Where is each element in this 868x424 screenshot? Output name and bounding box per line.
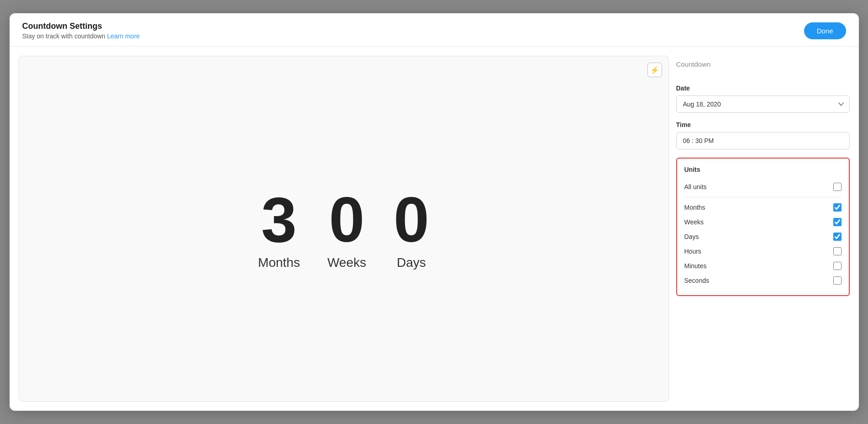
weeks-number: 0 xyxy=(329,188,365,252)
unit-label-months: Months xyxy=(684,204,705,211)
main-content: ⚡ 3 Months 0 Weeks 0 Days xyxy=(10,47,859,411)
unit-checkbox-weeks[interactable] xyxy=(833,218,842,226)
unit-row-seconds: Seconds xyxy=(684,273,842,288)
header-subtitle: Stay on track with countdown Learn more xyxy=(22,32,140,40)
subtitle-text: Stay on track with countdown xyxy=(22,32,105,40)
unit-checkbox-days[interactable] xyxy=(833,233,842,241)
page-title: Countdown Settings xyxy=(22,21,140,31)
days-number: 0 xyxy=(394,188,429,252)
unit-row-weeks: Weeks xyxy=(684,215,842,229)
unit-label-weeks: Weeks xyxy=(684,218,704,226)
unit-row-days: Days xyxy=(684,229,842,244)
done-button[interactable]: Done xyxy=(804,22,846,39)
unit-label-days: Days xyxy=(684,233,699,240)
time-label: Time xyxy=(676,121,850,128)
months-label: Months xyxy=(258,255,300,270)
divider xyxy=(684,197,842,197)
units-title: Units xyxy=(684,166,842,173)
months-number: 3 xyxy=(261,188,297,252)
countdown-weeks: 0 Weeks xyxy=(327,188,366,270)
preview-area: ⚡ 3 Months 0 Weeks 0 Days xyxy=(19,56,669,402)
date-label: Date xyxy=(676,85,850,92)
unit-checkbox-minutes[interactable] xyxy=(833,262,842,270)
app-window: Countdown Settings Stay on track with co… xyxy=(10,13,859,411)
unit-checkbox-months[interactable] xyxy=(833,203,842,212)
unit-label-minutes: Minutes xyxy=(684,262,707,270)
time-input[interactable] xyxy=(676,132,850,149)
header-left: Countdown Settings Stay on track with co… xyxy=(22,21,140,40)
learn-more-link[interactable]: Learn more xyxy=(107,32,140,40)
settings-panel: Countdown Date Aug 18, 2020 Time Units A… xyxy=(676,56,850,402)
header: Countdown Settings Stay on track with co… xyxy=(10,13,859,47)
unit-label-seconds: Seconds xyxy=(684,277,709,284)
units-section: Units All units Months Weeks xyxy=(676,158,850,296)
unit-row-all-units: All units xyxy=(684,180,842,194)
unit-checkbox-seconds[interactable] xyxy=(833,276,842,285)
weeks-label: Weeks xyxy=(327,255,366,270)
unit-label-all-units: All units xyxy=(684,183,707,191)
countdown-months: 3 Months xyxy=(258,188,300,270)
unit-label-hours: Hours xyxy=(684,248,701,255)
widget-icon[interactable]: ⚡ xyxy=(647,63,662,77)
countdown-numbers: 3 Months 0 Weeks 0 Days xyxy=(258,188,429,270)
countdown-days: 0 Days xyxy=(394,188,429,270)
days-label: Days xyxy=(397,255,426,270)
unit-row-hours: Hours xyxy=(684,244,842,259)
unit-checkbox-all-units[interactable] xyxy=(833,183,842,191)
unit-row-minutes: Minutes xyxy=(684,259,842,273)
unit-checkbox-hours[interactable] xyxy=(833,247,842,255)
settings-section-title: Countdown xyxy=(676,60,850,68)
date-select[interactable]: Aug 18, 2020 xyxy=(676,95,850,113)
unit-row-months: Months xyxy=(684,200,842,215)
countdown-display: 3 Months 0 Weeks 0 Days xyxy=(19,56,668,401)
